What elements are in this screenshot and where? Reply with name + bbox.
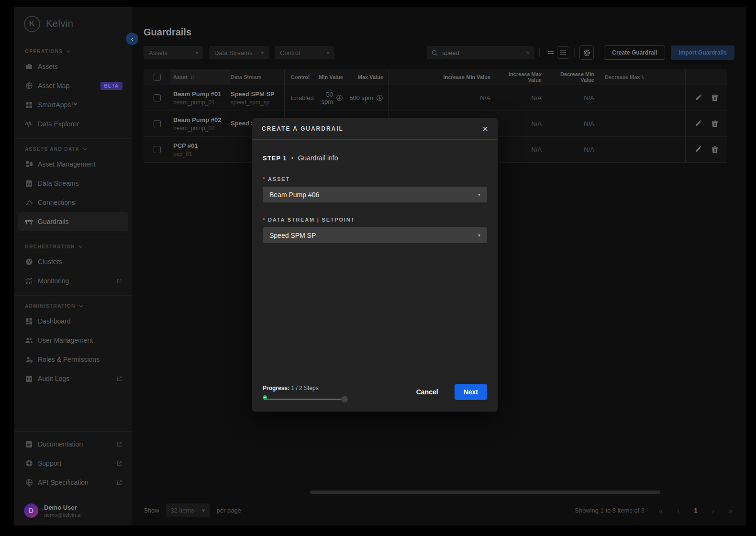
edit-button[interactable] [694, 145, 703, 154]
sidebar-item-asset-management[interactable]: Asset Management [18, 155, 128, 174]
asset-select[interactable]: Beam Pump #06 ▾ [263, 187, 487, 202]
sidebar-item-label: Asset Map [38, 82, 69, 89]
section-header-operations[interactable]: OPERATIONS [14, 44, 132, 57]
last-page-button[interactable]: » [729, 506, 733, 514]
sidebar-item-clusters[interactable]: Clusters [18, 252, 128, 271]
caret-down-icon: ▾ [478, 192, 480, 197]
sidebar-item-data-streams[interactable]: Data Streams [18, 174, 128, 193]
filter-control[interactable]: Control ▾ [275, 46, 334, 59]
support-icon [25, 459, 33, 468]
row-checkbox[interactable] [154, 120, 161, 127]
sidebar-item-assets[interactable]: Assets [18, 57, 128, 76]
filter-assets[interactable]: Assets ▾ [144, 46, 203, 59]
sidebar-item-connections[interactable]: Connections [18, 193, 128, 212]
view-compact-button[interactable] [545, 46, 557, 59]
row-checkbox[interactable] [154, 146, 161, 153]
horizontal-scrollbar[interactable] [310, 491, 660, 494]
user-profile[interactable]: D Demo User demo@kelvin.ai [14, 497, 132, 525]
trash-icon [712, 146, 718, 153]
api-specification-icon [25, 479, 33, 487]
sidebar-item-smartapps[interactable]: SmartApps™ [18, 95, 128, 114]
external-link-icon [116, 480, 122, 486]
row-checkbox[interactable] [154, 94, 161, 101]
column-header-min-value[interactable]: Min Value [316, 69, 348, 85]
user-info: Demo User demo@kelvin.ai [44, 504, 81, 518]
data-stream-select[interactable]: Speed SPM SP ▾ [263, 227, 487, 243]
create-guardrail-button[interactable]: Create Guardrail [604, 45, 665, 60]
next-page-button[interactable]: › [712, 506, 714, 514]
clusters-icon [25, 258, 33, 266]
progress-slider [263, 395, 348, 403]
filter-data-streams[interactable]: Data Streams ▾ [209, 46, 269, 59]
sidebar-item-label: User Management [38, 336, 93, 344]
sidebar-item-audit-logs[interactable]: Audit Logs [18, 369, 128, 388]
section-label: ORCHESTRATION [25, 244, 75, 249]
sidebar-item-label: Assets [38, 63, 58, 70]
section-administration: ADMINISTRATION Dashboard User Management… [14, 295, 132, 393]
table-settings-button[interactable] [579, 45, 594, 60]
section-label: ASSETS AND DATA [25, 146, 79, 152]
first-page-button[interactable]: « [659, 506, 663, 514]
caret-down-icon: ▾ [202, 507, 205, 514]
section-header-administration[interactable]: ADMINISTRATION [14, 299, 132, 312]
column-header-control[interactable]: Control [285, 69, 316, 85]
sidebar-collapse-button[interactable]: ‹ [126, 33, 138, 45]
slider-handle-current[interactable] [263, 395, 267, 400]
edit-button[interactable] [694, 93, 703, 102]
caret-down-icon: ▾ [327, 50, 329, 56]
previous-page-button[interactable]: ‹ [677, 506, 679, 514]
sidebar: K Kelvin˙ ‹ OPERATIONS Assets Asset Map … [14, 7, 132, 525]
search-input[interactable] [441, 49, 523, 57]
sidebar-item-label: Connections [38, 199, 75, 206]
sidebar-item-data-explorer[interactable]: Data Explorer [18, 114, 128, 134]
sidebar-item-monitoring[interactable]: Monitoring [18, 271, 128, 290]
toolbar: Assets ▾ Data Streams ▾ Control ▾ × [144, 45, 734, 60]
dashboard-icon [25, 317, 33, 325]
column-header-increase-min[interactable]: Increase Min Value [389, 69, 495, 85]
sidebar-item-user-management[interactable]: User Management [18, 331, 128, 350]
column-header-increase-max[interactable]: Increase Max Value [495, 69, 546, 85]
column-header-max-value[interactable]: Max Value [348, 69, 389, 85]
audit-logs-icon [25, 375, 33, 383]
column-header-decrease-max[interactable]: Decrease Max Value [599, 69, 644, 85]
sidebar-item-dashboard[interactable]: Dashboard [18, 312, 128, 331]
progress-label: Progress: 1 / 2 Steps [263, 385, 348, 391]
view-compact-icon [547, 50, 554, 56]
avatar: D [24, 503, 38, 518]
required-asterisk: * [263, 217, 266, 223]
sidebar-item-roles-permissions[interactable]: Roles & Permissions [18, 350, 128, 369]
import-guardrails-button[interactable]: Import Guardrails [671, 45, 734, 60]
column-header-asset[interactable]: Asset ↓↑ [170, 69, 231, 85]
current-page-button[interactable]: 1 [694, 507, 697, 514]
close-icon[interactable]: × [482, 124, 488, 134]
view-list-button[interactable] [557, 46, 569, 59]
gear-icon [583, 49, 591, 57]
guardrails-icon [25, 218, 33, 226]
page-size-select[interactable]: 32 items ▾ [166, 503, 210, 517]
delete-button[interactable] [711, 145, 719, 154]
section-header-orchestration[interactable]: ORCHESTRATION [14, 239, 132, 252]
edit-button[interactable] [694, 119, 703, 128]
toolbar-divider [574, 48, 575, 57]
next-button[interactable]: Next [455, 384, 487, 400]
select-all-checkbox[interactable] [154, 74, 161, 81]
section-header-assets-and-data[interactable]: ASSETS AND DATA [14, 142, 132, 155]
pagination-bar: Show 32 items ▾ per page Showing 1 to 3 … [144, 503, 734, 517]
sidebar-item-api-specification[interactable]: API Specification [18, 473, 128, 492]
sidebar-item-support[interactable]: Support [18, 454, 128, 473]
sidebar-item-label: Documentation [38, 440, 83, 448]
column-header-decrease-min[interactable]: Decrease Min Value [546, 69, 599, 85]
chevron-left-icon: ‹ [131, 35, 133, 43]
column-header-data-stream[interactable]: Data Stream [231, 69, 285, 85]
slider-handle-end[interactable] [341, 396, 348, 402]
search-icon [432, 50, 438, 56]
sidebar-item-guardrails[interactable]: Guardrails [18, 212, 128, 231]
delete-button[interactable] [711, 119, 719, 128]
search-clear-icon[interactable]: × [526, 49, 530, 56]
delete-button[interactable] [711, 93, 719, 102]
sidebar-item-asset-map[interactable]: Asset Map BETA [18, 76, 128, 95]
sidebar-item-documentation[interactable]: Documentation [18, 435, 128, 454]
table-row[interactable]: Beam Pump #01beam_pump_01 Speed SPM SPsp… [144, 85, 727, 111]
data-explorer-icon [25, 120, 33, 128]
cancel-button[interactable]: Cancel [413, 388, 441, 396]
